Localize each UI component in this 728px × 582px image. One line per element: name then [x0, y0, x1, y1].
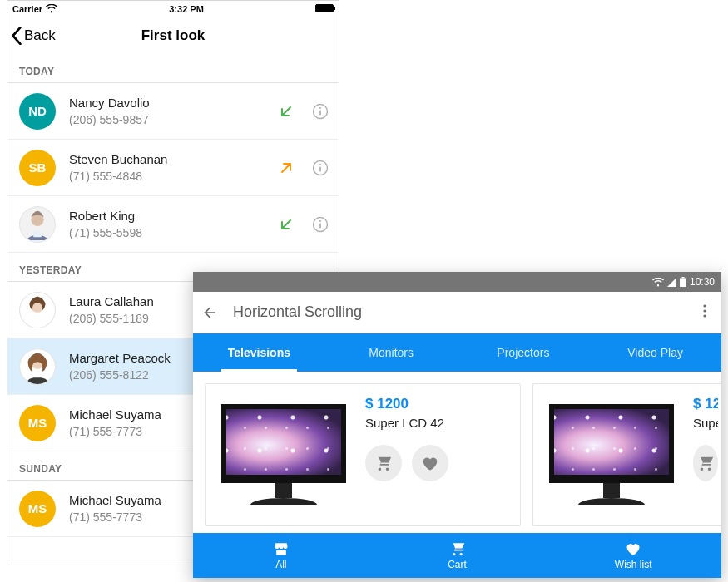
- back-button[interactable]: [201, 304, 233, 321]
- contact-phone: (71) 555-5598: [69, 226, 279, 239]
- avatar: [19, 206, 56, 243]
- svg-rect-20: [681, 277, 684, 279]
- info-icon[interactable]: [312, 160, 329, 176]
- ios-status-bar: Carrier 3:32 PM: [7, 1, 339, 17]
- outgoing-call-icon: [279, 160, 294, 175]
- product-name: Super LCD 42: [693, 416, 718, 430]
- svg-point-22: [703, 309, 706, 312]
- wifi-icon: [46, 4, 57, 15]
- svg-point-23: [703, 314, 706, 317]
- avatar: MS: [19, 491, 56, 527]
- store-icon: [273, 540, 290, 557]
- svg-point-4: [319, 163, 321, 165]
- cart-icon: [449, 540, 466, 557]
- svg-rect-12: [319, 223, 321, 228]
- bottom-nav-label: All: [275, 559, 286, 570]
- tab-video-play[interactable]: Video Play: [589, 333, 721, 372]
- info-icon[interactable]: [312, 216, 329, 233]
- contact-name: Robert King: [69, 209, 279, 223]
- bottom-nav-label: Cart: [448, 559, 467, 570]
- product-card[interactable]: $ 1200 Super LCD 42: [205, 383, 521, 526]
- contact-name: Nancy Davolio: [69, 96, 279, 110]
- bottom-nav-label: Wish list: [615, 559, 652, 570]
- contact-name: Steven Buchanan: [69, 152, 279, 166]
- carrier-label: Carrier: [12, 4, 42, 14]
- product-price: $ 1200: [693, 396, 718, 412]
- contact-row[interactable]: Robert King (71) 555-5598: [7, 196, 339, 253]
- product-price: $ 1200: [365, 396, 508, 412]
- bottom-nav-wishlist[interactable]: Wish list: [545, 533, 721, 578]
- heart-icon: [421, 454, 439, 472]
- bottom-nav-cart[interactable]: Cart: [369, 533, 546, 578]
- tab-bar: Televisions Monitors Projectors Video Pl…: [193, 333, 721, 372]
- ios-nav-bar: Back First look: [7, 17, 339, 54]
- chevron-left-icon: [11, 27, 22, 45]
- cart-icon: [374, 454, 393, 472]
- wifi-icon: [652, 278, 664, 287]
- avatar: SB: [19, 150, 56, 186]
- tab-monitors[interactable]: Monitors: [325, 333, 458, 372]
- tab-projectors[interactable]: Projectors: [458, 333, 590, 372]
- svg-rect-9: [33, 230, 42, 237]
- products-scroller[interactable]: $ 1200 Super LCD 42 $ 1200 Super LCD: [193, 372, 721, 538]
- tab-televisions[interactable]: Televisions: [193, 333, 325, 372]
- bottom-nav-all[interactable]: All: [193, 533, 369, 578]
- svg-rect-2: [319, 110, 321, 115]
- status-time: 3:32 PM: [57, 4, 315, 14]
- incoming-call-icon: [279, 104, 294, 119]
- status-time: 10:30: [690, 276, 715, 288]
- tab-label: Televisions: [228, 346, 290, 359]
- tab-label: Video Play: [627, 346, 683, 359]
- incoming-call-icon: [279, 217, 294, 232]
- product-card[interactable]: $ 1200 Super LCD 42: [532, 383, 721, 526]
- android-phone-frame: 10:30 Horizontal Scrolling Televisions M…: [193, 272, 721, 578]
- android-app-bar: Horizontal Scrolling: [193, 292, 721, 333]
- tab-label: Projectors: [497, 346, 549, 359]
- contact-phone: (71) 555-4848: [69, 170, 279, 183]
- contact-row[interactable]: SB Steven Buchanan (71) 555-4848: [7, 140, 339, 196]
- cart-icon: [696, 454, 715, 472]
- info-icon[interactable]: [312, 103, 329, 120]
- signal-icon: [667, 278, 676, 287]
- product-name: Super LCD 42: [365, 416, 508, 430]
- android-status-bar: 10:30: [193, 272, 721, 292]
- avatar: ND: [19, 93, 56, 130]
- battery-icon: [315, 4, 334, 12]
- tab-label: Monitors: [369, 346, 414, 359]
- svg-point-21: [703, 304, 706, 307]
- section-header-today: TODAY: [7, 54, 339, 83]
- more-button[interactable]: [696, 303, 713, 323]
- avatar: [19, 292, 56, 328]
- contact-phone: (206) 555-9857: [69, 113, 279, 126]
- svg-point-1: [319, 106, 321, 108]
- svg-point-11: [319, 219, 321, 221]
- add-to-cart-button[interactable]: [365, 445, 402, 481]
- product-image: [217, 396, 350, 512]
- avatar: [19, 348, 56, 385]
- avatar: MS: [19, 405, 56, 441]
- wishlist-button[interactable]: [412, 445, 448, 481]
- page-title: First look: [7, 27, 339, 44]
- more-vertical-icon: [696, 303, 713, 319]
- back-label: Back: [24, 27, 56, 44]
- page-title: Horizontal Scrolling: [233, 303, 696, 321]
- svg-rect-19: [680, 279, 686, 288]
- svg-rect-5: [319, 166, 321, 171]
- add-to-cart-button[interactable]: [693, 445, 718, 481]
- arrow-left-icon: [201, 304, 218, 321]
- contact-row[interactable]: ND Nancy Davolio (206) 555-9857: [7, 83, 339, 140]
- heart-icon: [625, 540, 641, 557]
- product-image: [545, 396, 678, 512]
- bottom-nav: All Cart Wish list: [193, 533, 721, 578]
- back-button[interactable]: Back: [7, 27, 56, 45]
- battery-icon: [680, 277, 686, 287]
